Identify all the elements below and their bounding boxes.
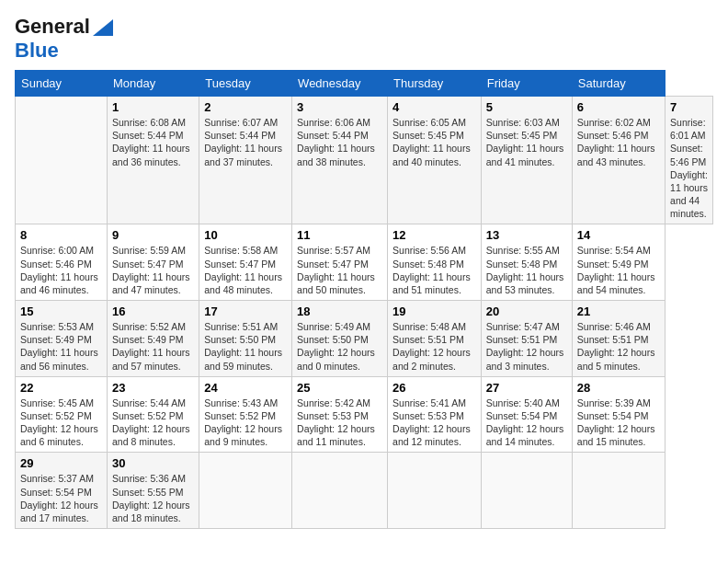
day-cell-14: 14Sunrise: 5:54 AMSunset: 5:49 PMDayligh… [572,224,665,301]
day-cell-8: 8Sunrise: 6:00 AMSunset: 5:46 PMDaylight… [16,224,108,301]
week-row-4: 22Sunrise: 5:45 AMSunset: 5:52 PMDayligh… [16,376,713,453]
day-info: Sunrise: 5:36 AMSunset: 5:55 PMDaylight:… [112,472,194,524]
day-number: 18 [297,304,382,318]
day-cell-6: 6Sunrise: 6:02 AMSunset: 5:46 PMDaylight… [572,97,665,224]
day-cell-25: 25Sunrise: 5:42 AMSunset: 5:53 PMDayligh… [292,376,388,453]
day-number: 22 [20,381,102,395]
day-cell-7: 7Sunrise: 6:01 AMSunset: 5:46 PMDaylight… [665,97,713,224]
day-info: Sunrise: 6:06 AMSunset: 5:44 PMDaylight:… [297,116,382,168]
day-cell-27: 27Sunrise: 5:40 AMSunset: 5:54 PMDayligh… [481,376,572,453]
day-info: Sunrise: 5:48 AMSunset: 5:51 PMDaylight:… [392,320,476,373]
day-number: 12 [392,228,476,242]
empty-cell [481,453,572,529]
day-cell-3: 3Sunrise: 6:06 AMSunset: 5:44 PMDaylight… [292,97,388,224]
day-number: 1 [112,100,194,114]
day-number: 8 [20,228,102,242]
day-cell-20: 20Sunrise: 5:47 AMSunset: 5:51 PMDayligh… [481,301,572,377]
day-info: Sunrise: 6:05 AMSunset: 5:45 PMDaylight:… [392,116,476,168]
day-number: 7 [670,100,708,114]
logo: General Blue [15,15,113,63]
day-number: 28 [577,381,660,395]
day-header-thursday: Thursday [388,71,482,97]
empty-cell [388,453,482,529]
day-number: 20 [486,304,567,318]
day-number: 13 [486,228,567,242]
day-cell-22: 22Sunrise: 5:45 AMSunset: 5:52 PMDayligh… [16,376,108,453]
day-cell-12: 12Sunrise: 5:56 AMSunset: 5:48 PMDayligh… [388,224,482,301]
day-number: 27 [486,381,567,395]
day-header-tuesday: Tuesday [199,71,292,97]
day-cell-13: 13Sunrise: 5:55 AMSunset: 5:48 PMDayligh… [481,224,572,301]
day-info: Sunrise: 6:07 AMSunset: 5:44 PMDaylight:… [204,116,287,168]
day-number: 25 [297,381,382,395]
day-cell-28: 28Sunrise: 5:39 AMSunset: 5:54 PMDayligh… [572,376,665,453]
day-cell-11: 11Sunrise: 5:57 AMSunset: 5:47 PMDayligh… [292,224,388,301]
day-info: Sunrise: 6:00 AMSunset: 5:46 PMDaylight:… [20,244,102,296]
day-info: Sunrise: 5:49 AMSunset: 5:50 PMDaylight:… [297,320,382,373]
week-row-2: 8Sunrise: 6:00 AMSunset: 5:46 PMDaylight… [16,224,713,301]
calendar-table: SundayMondayTuesdayWednesdayThursdayFrid… [15,70,713,529]
day-info: Sunrise: 5:37 AMSunset: 5:54 PMDaylight:… [20,472,102,524]
day-cell-1: 1Sunrise: 6:08 AMSunset: 5:44 PMDaylight… [107,97,199,224]
day-cell-5: 5Sunrise: 6:03 AMSunset: 5:45 PMDaylight… [481,97,572,224]
day-info: Sunrise: 6:02 AMSunset: 5:46 PMDaylight:… [577,116,660,168]
day-info: Sunrise: 5:53 AMSunset: 5:49 PMDaylight:… [20,320,102,373]
day-info: Sunrise: 5:54 AMSunset: 5:49 PMDaylight:… [577,244,660,296]
day-cell-4: 4Sunrise: 6:05 AMSunset: 5:45 PMDaylight… [388,97,482,224]
day-cell-21: 21Sunrise: 5:46 AMSunset: 5:51 PMDayligh… [572,301,665,377]
day-info: Sunrise: 5:45 AMSunset: 5:52 PMDaylight:… [20,396,102,449]
day-info: Sunrise: 6:01 AMSunset: 5:46 PMDaylight:… [670,116,708,220]
day-number: 5 [486,100,567,114]
empty-cell [572,453,665,529]
empty-cell [16,97,108,224]
svg-marker-0 [93,19,113,36]
day-number: 2 [204,100,287,114]
logo-blue-text: Blue [15,39,59,62]
day-number: 11 [297,228,382,242]
day-cell-24: 24Sunrise: 5:43 AMSunset: 5:52 PMDayligh… [199,376,292,453]
day-info: Sunrise: 5:44 AMSunset: 5:52 PMDaylight:… [112,396,194,449]
day-cell-15: 15Sunrise: 5:53 AMSunset: 5:49 PMDayligh… [16,301,108,377]
day-number: 9 [112,228,194,242]
day-cell-26: 26Sunrise: 5:41 AMSunset: 5:53 PMDayligh… [388,376,482,453]
day-info: Sunrise: 5:39 AMSunset: 5:54 PMDaylight:… [577,396,660,449]
day-number: 10 [204,228,287,242]
day-header-saturday: Saturday [572,71,665,97]
day-cell-17: 17Sunrise: 5:51 AMSunset: 5:50 PMDayligh… [199,301,292,377]
day-info: Sunrise: 5:41 AMSunset: 5:53 PMDaylight:… [392,396,476,449]
day-info: Sunrise: 6:08 AMSunset: 5:44 PMDaylight:… [112,116,194,168]
week-row-1: 1Sunrise: 6:08 AMSunset: 5:44 PMDaylight… [16,97,713,224]
day-number: 24 [204,381,287,395]
day-number: 3 [297,100,382,114]
day-info: Sunrise: 5:56 AMSunset: 5:48 PMDaylight:… [392,244,476,296]
week-row-5: 29Sunrise: 5:37 AMSunset: 5:54 PMDayligh… [16,453,713,529]
day-cell-18: 18Sunrise: 5:49 AMSunset: 5:50 PMDayligh… [292,301,388,377]
day-info: Sunrise: 5:46 AMSunset: 5:51 PMDaylight:… [577,320,660,373]
day-number: 14 [577,228,660,242]
day-info: Sunrise: 5:40 AMSunset: 5:54 PMDaylight:… [486,396,567,449]
day-number: 15 [20,304,102,318]
day-number: 21 [577,304,660,318]
day-number: 30 [112,456,194,470]
empty-cell [292,453,388,529]
day-header-friday: Friday [481,71,572,97]
day-info: Sunrise: 5:42 AMSunset: 5:53 PMDaylight:… [297,396,382,449]
day-info: Sunrise: 5:55 AMSunset: 5:48 PMDaylight:… [486,244,567,296]
day-number: 29 [20,456,102,470]
day-header-monday: Monday [107,71,199,97]
day-info: Sunrise: 5:47 AMSunset: 5:51 PMDaylight:… [486,320,567,373]
day-cell-10: 10Sunrise: 5:58 AMSunset: 5:47 PMDayligh… [199,224,292,301]
day-number: 6 [577,100,660,114]
day-cell-23: 23Sunrise: 5:44 AMSunset: 5:52 PMDayligh… [107,376,199,453]
logo-general-text: General [15,15,90,39]
day-cell-29: 29Sunrise: 5:37 AMSunset: 5:54 PMDayligh… [16,453,108,529]
day-info: Sunrise: 5:58 AMSunset: 5:47 PMDaylight:… [204,244,287,296]
page-header: General Blue [15,15,713,63]
day-info: Sunrise: 5:57 AMSunset: 5:47 PMDaylight:… [297,244,382,296]
day-info: Sunrise: 5:52 AMSunset: 5:49 PMDaylight:… [112,320,194,373]
day-number: 17 [204,304,287,318]
day-number: 23 [112,381,194,395]
week-row-3: 15Sunrise: 5:53 AMSunset: 5:49 PMDayligh… [16,301,713,377]
day-header-sunday: Sunday [16,71,108,97]
day-info: Sunrise: 5:59 AMSunset: 5:47 PMDaylight:… [112,244,194,296]
